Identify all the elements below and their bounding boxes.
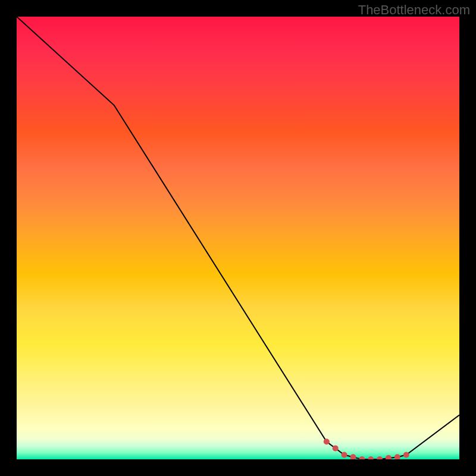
data-marker bbox=[386, 455, 392, 459]
data-marker bbox=[394, 454, 400, 459]
bottleneck-curve bbox=[17, 17, 459, 459]
data-marker bbox=[342, 452, 347, 458]
data-marker bbox=[359, 456, 365, 459]
watermark-text: TheBottleneck.com bbox=[358, 2, 470, 18]
data-marker bbox=[333, 445, 339, 451]
marker-group bbox=[324, 439, 409, 459]
data-marker bbox=[350, 454, 356, 459]
data-marker bbox=[403, 452, 409, 458]
data-marker bbox=[377, 456, 383, 459]
chart-svg-layer bbox=[17, 17, 459, 459]
chart-plot-area bbox=[17, 17, 459, 459]
data-marker bbox=[324, 439, 330, 444]
data-marker bbox=[368, 456, 374, 459]
